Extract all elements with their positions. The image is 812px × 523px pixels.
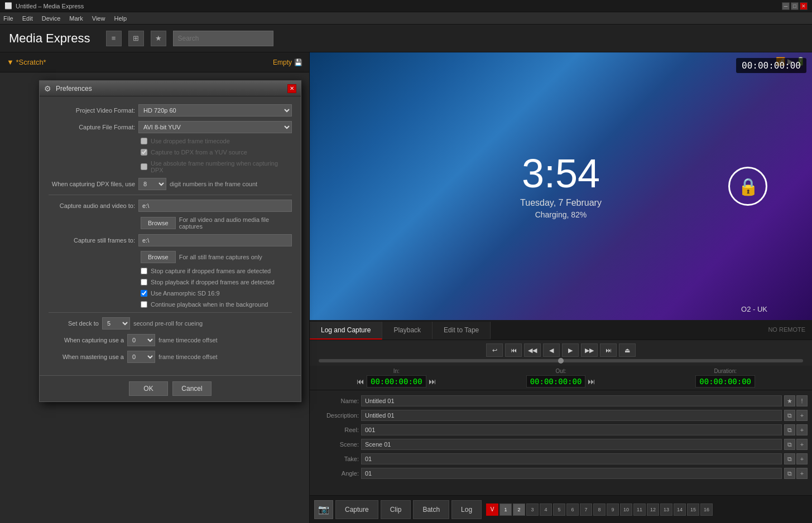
- dialog-close-button[interactable]: ✕: [287, 84, 296, 93]
- continue-playback-row: Continue playback when in the background: [141, 301, 292, 308]
- track-10-button[interactable]: 10: [620, 503, 632, 516]
- close-button[interactable]: ✕: [800, 2, 808, 10]
- track-7-button[interactable]: 7: [580, 503, 592, 516]
- play-button[interactable]: ▶: [562, 343, 579, 357]
- capture-file-format-select[interactable]: AVI 8-bit YUV AVI 10-bit YUV QuickTime D…: [138, 121, 292, 133]
- track-12-button[interactable]: 12: [647, 503, 659, 516]
- stop-playback-checkbox[interactable]: [141, 279, 147, 285]
- phone-date: Tuesday, 7 February: [520, 198, 602, 208]
- menu-device[interactable]: Device: [42, 15, 61, 22]
- capture-button[interactable]: Capture: [335, 500, 378, 519]
- meta-reel-input[interactable]: [361, 424, 782, 435]
- capturing-select[interactable]: 0 1 2: [127, 334, 155, 346]
- track-15-button[interactable]: 15: [687, 503, 699, 516]
- capture-av-input[interactable]: [138, 200, 292, 212]
- absolute-frame-checkbox[interactable]: [141, 163, 147, 170]
- menu-icon-btn[interactable]: ≡: [106, 31, 122, 46]
- fast-rewind-button[interactable]: ◀◀: [524, 343, 541, 357]
- track-4-button[interactable]: 4: [540, 503, 552, 516]
- eject-button[interactable]: ⏏: [619, 343, 636, 357]
- scratch-empty: Empty 💾: [273, 59, 302, 66]
- continue-playback-checkbox[interactable]: [141, 301, 147, 308]
- track-6-button[interactable]: 6: [566, 503, 579, 516]
- cancel-button[interactable]: Cancel: [172, 381, 212, 396]
- meta-reel-add-btn[interactable]: +: [796, 424, 808, 435]
- capture-dpx-checkbox[interactable]: [141, 149, 147, 156]
- meta-scene-input[interactable]: [361, 439, 782, 450]
- loop-button[interactable]: ↩: [486, 343, 503, 357]
- app-icon: ⬜: [4, 2, 12, 9]
- meta-angle-copy-btn[interactable]: ⧉: [784, 468, 795, 479]
- track-16-button[interactable]: 16: [700, 503, 713, 516]
- capture-still-input[interactable]: [138, 234, 292, 246]
- ok-button[interactable]: OK: [129, 381, 168, 396]
- title-bar: ⬜ Untitled – Media Express ─ □ ✕: [0, 0, 812, 12]
- meta-scene-add-btn[interactable]: +: [796, 439, 808, 450]
- track-14-button[interactable]: 14: [674, 503, 686, 516]
- v-track-button[interactable]: V: [486, 503, 498, 516]
- meta-name-input[interactable]: [361, 395, 782, 406]
- tab-log-capture[interactable]: Log and Capture: [310, 322, 382, 340]
- capture-still-label: Capture still frames to:: [49, 237, 135, 244]
- restore-button[interactable]: □: [791, 2, 799, 10]
- meta-scene-copy-btn[interactable]: ⧉: [784, 439, 795, 450]
- meta-take-input[interactable]: [361, 453, 782, 464]
- project-video-format-select[interactable]: HD 720p 60 HD 1080p 24 HD 1080p 25 HD 10…: [138, 104, 292, 117]
- minimize-button[interactable]: ─: [782, 2, 790, 10]
- tab-edit-tape[interactable]: Edit to Tape: [433, 322, 491, 340]
- menu-edit[interactable]: Edit: [22, 15, 33, 22]
- meta-name-alert-btn[interactable]: !: [796, 395, 808, 406]
- phone-time: 3:54: [522, 153, 600, 193]
- track-13-button[interactable]: 13: [660, 503, 672, 516]
- no-remote-label: NO REMOTE: [768, 319, 812, 340]
- track-8-button[interactable]: 8: [593, 503, 606, 516]
- track-11-button[interactable]: 11: [633, 503, 646, 516]
- meta-name-star-btn[interactable]: ★: [784, 395, 795, 406]
- camera-button[interactable]: 📷: [314, 500, 333, 519]
- meta-take-copy-btn[interactable]: ⧉: [784, 453, 795, 464]
- meta-name-btns: ★ !: [784, 395, 808, 406]
- meta-desc-add-btn[interactable]: +: [796, 410, 808, 421]
- dropped-frame-checkbox[interactable]: [141, 138, 147, 144]
- meta-angle-add-btn[interactable]: +: [796, 468, 808, 479]
- menu-help[interactable]: Help: [114, 15, 127, 22]
- rewind-button[interactable]: ◀: [543, 343, 560, 357]
- batch-button[interactable]: Batch: [413, 500, 449, 519]
- tab-playback[interactable]: Playback: [382, 322, 433, 340]
- meta-desc-copy-btn[interactable]: ⧉: [784, 410, 795, 421]
- menu-view[interactable]: View: [92, 15, 105, 22]
- track-3-button[interactable]: 3: [526, 503, 539, 516]
- meta-angle-input[interactable]: [361, 468, 782, 479]
- search-input[interactable]: [173, 31, 273, 46]
- in-skip-button[interactable]: ⏮: [357, 377, 364, 386]
- meta-take-add-btn[interactable]: +: [796, 453, 808, 464]
- mastering-select[interactable]: 0 1 2: [127, 351, 155, 363]
- log-button[interactable]: Log: [451, 500, 482, 519]
- title-bar-controls[interactable]: ─ □ ✕: [782, 2, 808, 10]
- in-end-button[interactable]: ⏭: [429, 377, 436, 386]
- track-1-button[interactable]: 1: [499, 503, 512, 516]
- track-5-button[interactable]: 5: [553, 503, 565, 516]
- transport-slider[interactable]: [319, 359, 803, 362]
- mastering-offset-row: When mastering use a 0 1 2 frame timecod…: [49, 351, 292, 363]
- star-icon-btn[interactable]: ★: [151, 31, 166, 46]
- track-2-button[interactable]: 2: [513, 503, 525, 516]
- out-end-button[interactable]: ⏭: [588, 377, 595, 386]
- skip-end-button[interactable]: ⏭: [600, 343, 617, 357]
- clip-button[interactable]: Clip: [381, 500, 411, 519]
- track-9-button[interactable]: 9: [607, 503, 619, 516]
- skip-start-button[interactable]: ⏮: [505, 343, 522, 357]
- fast-forward-button[interactable]: ▶▶: [581, 343, 598, 357]
- menu-file[interactable]: File: [3, 15, 13, 22]
- browse1-button[interactable]: Browse: [141, 217, 176, 229]
- set-deck-select[interactable]: 5 3 7: [102, 317, 130, 330]
- menu-mark[interactable]: Mark: [69, 15, 83, 22]
- meta-desc-input[interactable]: [361, 410, 782, 421]
- stop-capture-checkbox[interactable]: [141, 268, 147, 274]
- in-controls: ⏮ 00:00:00:00 ⏭: [357, 375, 436, 388]
- browse2-button[interactable]: Browse: [141, 251, 176, 263]
- dpx-digits-select[interactable]: 8 6 10: [138, 178, 166, 190]
- meta-reel-copy-btn[interactable]: ⧉: [784, 424, 795, 435]
- grid-icon-btn[interactable]: ⊞: [128, 31, 144, 46]
- anamorphic-checkbox[interactable]: [141, 290, 147, 297]
